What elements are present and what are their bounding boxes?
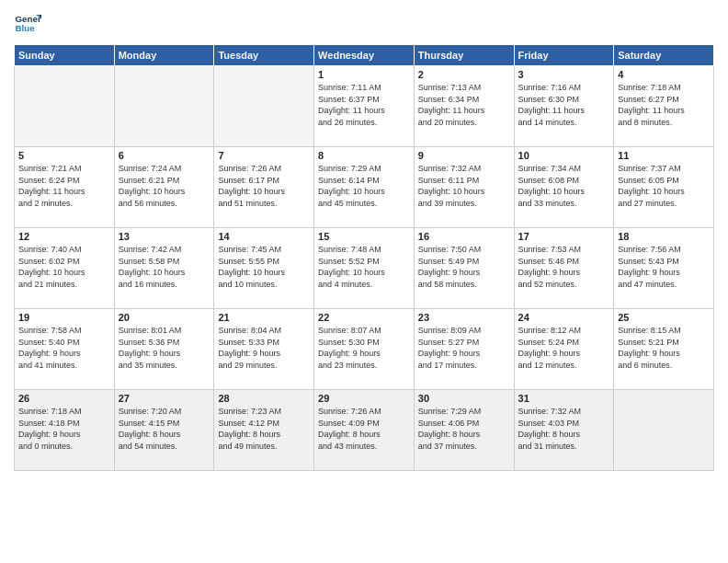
calendar-cell: 2Sunrise: 7:13 AM Sunset: 6:34 PM Daylig…	[414, 66, 514, 147]
day-number: 21	[218, 312, 310, 323]
calendar-cell: 30Sunrise: 7:29 AM Sunset: 4:06 PM Dayli…	[414, 390, 514, 471]
day-info: Sunrise: 7:40 AM Sunset: 6:02 PM Dayligh…	[18, 244, 110, 290]
day-number: 4	[618, 69, 710, 80]
day-number: 11	[618, 150, 710, 161]
calendar-cell: 1Sunrise: 7:11 AM Sunset: 6:37 PM Daylig…	[314, 66, 415, 147]
day-number: 24	[518, 312, 610, 323]
calendar-cell: 31Sunrise: 7:32 AM Sunset: 4:03 PM Dayli…	[514, 390, 614, 471]
calendar-cell: 4Sunrise: 7:18 AM Sunset: 6:27 PM Daylig…	[614, 66, 714, 147]
day-info: Sunrise: 7:50 AM Sunset: 5:49 PM Dayligh…	[418, 244, 510, 290]
day-info: Sunrise: 7:29 AM Sunset: 4:06 PM Dayligh…	[418, 406, 510, 452]
calendar-table: SundayMondayTuesdayWednesdayThursdayFrid…	[14, 44, 714, 471]
day-number: 20	[119, 312, 210, 323]
calendar-cell: 13Sunrise: 7:42 AM Sunset: 5:58 PM Dayli…	[114, 228, 214, 309]
day-number: 19	[18, 312, 110, 323]
day-info: Sunrise: 7:53 AM Sunset: 5:46 PM Dayligh…	[518, 244, 610, 290]
calendar-cell: 22Sunrise: 8:07 AM Sunset: 5:30 PM Dayli…	[314, 309, 415, 390]
day-info: Sunrise: 7:58 AM Sunset: 5:40 PM Dayligh…	[18, 325, 110, 371]
calendar-cell: 19Sunrise: 7:58 AM Sunset: 5:40 PM Dayli…	[15, 309, 115, 390]
day-info: Sunrise: 7:23 AM Sunset: 4:12 PM Dayligh…	[218, 406, 310, 452]
calendar-cell: 5Sunrise: 7:21 AM Sunset: 6:24 PM Daylig…	[15, 147, 115, 228]
calendar-header-row: SundayMondayTuesdayWednesdayThursdayFrid…	[15, 45, 714, 66]
calendar-cell: 18Sunrise: 7:56 AM Sunset: 5:43 PM Dayli…	[614, 228, 714, 309]
calendar-cell: 16Sunrise: 7:50 AM Sunset: 5:49 PM Dayli…	[414, 228, 514, 309]
calendar-week-row: 1Sunrise: 7:11 AM Sunset: 6:37 PM Daylig…	[15, 66, 714, 147]
day-info: Sunrise: 7:26 AM Sunset: 6:17 PM Dayligh…	[218, 163, 310, 209]
calendar-week-row: 12Sunrise: 7:40 AM Sunset: 6:02 PM Dayli…	[15, 228, 714, 309]
day-info: Sunrise: 8:15 AM Sunset: 5:21 PM Dayligh…	[618, 325, 710, 371]
day-info: Sunrise: 7:11 AM Sunset: 6:37 PM Dayligh…	[318, 82, 410, 128]
logo: General Blue	[14, 9, 45, 37]
calendar-cell: 7Sunrise: 7:26 AM Sunset: 6:17 PM Daylig…	[214, 147, 314, 228]
day-info: Sunrise: 7:18 AM Sunset: 6:27 PM Dayligh…	[618, 82, 710, 128]
day-info: Sunrise: 7:56 AM Sunset: 5:43 PM Dayligh…	[618, 244, 710, 290]
day-number: 7	[218, 150, 310, 161]
calendar-cell: 11Sunrise: 7:37 AM Sunset: 6:05 PM Dayli…	[614, 147, 714, 228]
calendar-cell: 27Sunrise: 7:20 AM Sunset: 4:15 PM Dayli…	[114, 390, 214, 471]
day-number: 18	[618, 231, 710, 242]
calendar-header-thursday: Thursday	[414, 45, 514, 66]
calendar-cell	[614, 390, 714, 471]
calendar-header-saturday: Saturday	[614, 45, 714, 66]
calendar-header-friday: Friday	[514, 45, 614, 66]
calendar-cell: 6Sunrise: 7:24 AM Sunset: 6:21 PM Daylig…	[114, 147, 214, 228]
day-info: Sunrise: 8:12 AM Sunset: 5:24 PM Dayligh…	[518, 325, 610, 371]
day-number: 2	[418, 69, 510, 80]
calendar-cell	[15, 66, 115, 147]
day-number: 14	[218, 231, 310, 242]
calendar-cell: 25Sunrise: 8:15 AM Sunset: 5:21 PM Dayli…	[614, 309, 714, 390]
calendar-cell: 21Sunrise: 8:04 AM Sunset: 5:33 PM Dayli…	[214, 309, 314, 390]
calendar-cell	[114, 66, 214, 147]
day-number: 26	[18, 393, 110, 404]
day-info: Sunrise: 7:24 AM Sunset: 6:21 PM Dayligh…	[119, 163, 210, 209]
calendar-header-tuesday: Tuesday	[214, 45, 314, 66]
day-number: 17	[518, 231, 610, 242]
day-number: 13	[119, 231, 210, 242]
calendar-week-row: 26Sunrise: 7:18 AM Sunset: 4:18 PM Dayli…	[15, 390, 714, 471]
day-number: 10	[518, 150, 610, 161]
day-number: 3	[518, 69, 610, 80]
day-number: 28	[218, 393, 310, 404]
day-info: Sunrise: 7:32 AM Sunset: 4:03 PM Dayligh…	[518, 406, 610, 452]
day-number: 30	[418, 393, 510, 404]
calendar-cell: 15Sunrise: 7:48 AM Sunset: 5:52 PM Dayli…	[314, 228, 415, 309]
day-number: 5	[18, 150, 110, 161]
calendar-cell: 8Sunrise: 7:29 AM Sunset: 6:14 PM Daylig…	[314, 147, 415, 228]
day-info: Sunrise: 7:20 AM Sunset: 4:15 PM Dayligh…	[119, 406, 210, 452]
calendar-cell: 10Sunrise: 7:34 AM Sunset: 6:08 PM Dayli…	[514, 147, 614, 228]
day-number: 29	[318, 393, 410, 404]
day-number: 9	[418, 150, 510, 161]
day-info: Sunrise: 8:04 AM Sunset: 5:33 PM Dayligh…	[218, 325, 310, 371]
calendar-cell: 14Sunrise: 7:45 AM Sunset: 5:55 PM Dayli…	[214, 228, 314, 309]
day-info: Sunrise: 7:13 AM Sunset: 6:34 PM Dayligh…	[418, 82, 510, 128]
day-info: Sunrise: 7:26 AM Sunset: 4:09 PM Dayligh…	[318, 406, 410, 452]
day-number: 6	[119, 150, 210, 161]
calendar-cell	[214, 66, 314, 147]
day-info: Sunrise: 8:01 AM Sunset: 5:36 PM Dayligh…	[119, 325, 210, 371]
calendar-cell: 17Sunrise: 7:53 AM Sunset: 5:46 PM Dayli…	[514, 228, 614, 309]
day-info: Sunrise: 7:18 AM Sunset: 4:18 PM Dayligh…	[18, 406, 110, 452]
day-info: Sunrise: 7:42 AM Sunset: 5:58 PM Dayligh…	[119, 244, 210, 290]
calendar-cell: 23Sunrise: 8:09 AM Sunset: 5:27 PM Dayli…	[414, 309, 514, 390]
calendar-cell: 20Sunrise: 8:01 AM Sunset: 5:36 PM Dayli…	[114, 309, 214, 390]
calendar-week-row: 5Sunrise: 7:21 AM Sunset: 6:24 PM Daylig…	[15, 147, 714, 228]
day-number: 16	[418, 231, 510, 242]
calendar-cell: 29Sunrise: 7:26 AM Sunset: 4:09 PM Dayli…	[314, 390, 415, 471]
day-info: Sunrise: 8:09 AM Sunset: 5:27 PM Dayligh…	[418, 325, 510, 371]
day-info: Sunrise: 7:16 AM Sunset: 6:30 PM Dayligh…	[518, 82, 610, 128]
day-number: 25	[618, 312, 710, 323]
day-info: Sunrise: 7:48 AM Sunset: 5:52 PM Dayligh…	[318, 244, 410, 290]
calendar-header-monday: Monday	[114, 45, 214, 66]
logo-icon: General Blue	[14, 9, 41, 37]
svg-text:Blue: Blue	[16, 23, 36, 33]
calendar-header-sunday: Sunday	[15, 45, 115, 66]
day-number: 12	[18, 231, 110, 242]
calendar-cell: 3Sunrise: 7:16 AM Sunset: 6:30 PM Daylig…	[514, 66, 614, 147]
page-header: General Blue	[14, 9, 714, 37]
day-info: Sunrise: 7:32 AM Sunset: 6:11 PM Dayligh…	[418, 163, 510, 209]
day-number: 1	[318, 69, 410, 80]
day-info: Sunrise: 7:37 AM Sunset: 6:05 PM Dayligh…	[618, 163, 710, 209]
day-info: Sunrise: 8:07 AM Sunset: 5:30 PM Dayligh…	[318, 325, 410, 371]
day-info: Sunrise: 7:34 AM Sunset: 6:08 PM Dayligh…	[518, 163, 610, 209]
calendar-header-wednesday: Wednesday	[314, 45, 415, 66]
